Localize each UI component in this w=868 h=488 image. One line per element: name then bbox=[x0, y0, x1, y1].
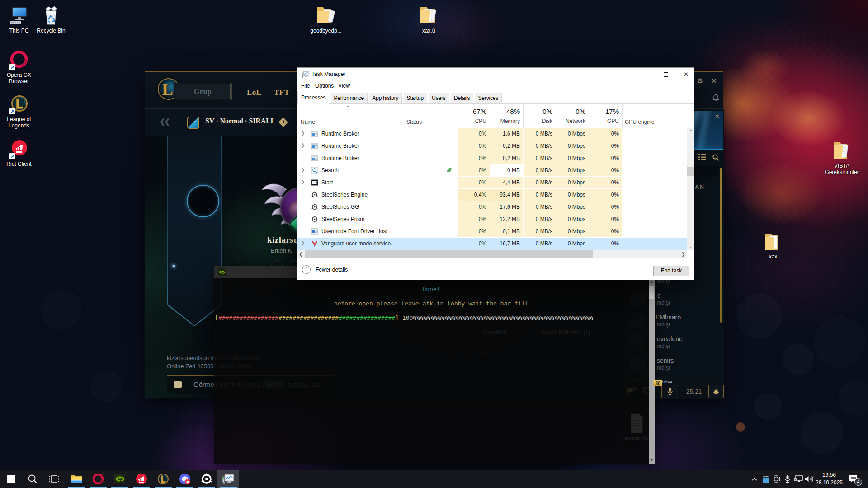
start-button[interactable] bbox=[0, 470, 22, 488]
taskbar-steelseries[interactable] bbox=[196, 470, 217, 488]
cell-network: 0 Mbps bbox=[556, 225, 589, 238]
taskbar-discord[interactable] bbox=[174, 470, 196, 488]
tray-app-icon[interactable] bbox=[760, 470, 771, 488]
cell-gpu-engine bbox=[622, 201, 687, 213]
process-icon-steel bbox=[311, 203, 318, 211]
process-row[interactable]: ❯Runtime Broker0%0,2 MB0 MB/s0 Mbps0% bbox=[297, 140, 694, 152]
desktop-icon-goodbyedp[interactable]: goodbyedp... bbox=[307, 5, 345, 34]
scrollbar-thumb[interactable] bbox=[649, 286, 654, 299]
scroll-right-icon[interactable]: ❯ bbox=[679, 250, 687, 258]
col-header-network[interactable]: Network bbox=[556, 118, 585, 124]
process-icon-runtime bbox=[311, 142, 318, 150]
process-row[interactable]: ❯Search0%0 MB0 MB/s0 Mbps0% bbox=[297, 164, 694, 177]
scroll-left-icon[interactable]: ❮ bbox=[297, 250, 305, 258]
taskbar-opera-gx[interactable] bbox=[87, 470, 109, 488]
tray-microphone[interactable] bbox=[782, 470, 793, 488]
cell-gpu-engine bbox=[622, 225, 687, 238]
tm-minimize-button[interactable] bbox=[635, 68, 656, 81]
desktop-icon-riot-client[interactable]: Riot Client bbox=[0, 139, 38, 167]
scroll-down-icon[interactable]: ⌄ bbox=[687, 243, 694, 250]
scrollbar-thumb[interactable] bbox=[305, 250, 593, 258]
taskbar-task-manager[interactable] bbox=[217, 470, 239, 488]
expand-chevron-icon[interactable]: ❯ bbox=[301, 131, 305, 136]
tray-show-hidden-icons[interactable] bbox=[749, 470, 760, 488]
taskbar-file-explorer[interactable] bbox=[66, 470, 87, 488]
cell-memory: 0 MB bbox=[490, 164, 523, 177]
notifications-bell-icon[interactable] bbox=[712, 94, 720, 102]
desktop-icon-xax[interactable]: xax bbox=[754, 231, 792, 260]
tab-processes[interactable]: Processes bbox=[297, 91, 329, 104]
tm-close-button[interactable]: ✕ bbox=[676, 68, 696, 81]
process-row[interactable]: SteelSeries GG0%17,6 MB0 MB/s0 Mbps0% bbox=[297, 201, 694, 213]
tm-titlebar[interactable]: Task Manager ✕ bbox=[297, 68, 694, 81]
tab-performance[interactable]: Performance bbox=[331, 93, 368, 104]
news-card-close-icon[interactable]: ✕ bbox=[715, 113, 720, 120]
process-row[interactable]: ❯Vanguard user-mode service.0%16,7 MB0 M… bbox=[297, 238, 694, 250]
scroll-down-icon[interactable]: ▼ bbox=[649, 456, 655, 464]
desktop-icon-vista[interactable]: VISTAGereksınımler bbox=[823, 141, 861, 175]
desktop-icon-recycle-bin[interactable]: Recycle Bin bbox=[32, 5, 70, 34]
back-chevron-icon[interactable]: ❮❮ bbox=[160, 117, 169, 126]
cell-network: 0 Mbps bbox=[556, 140, 589, 152]
scroll-up-icon[interactable]: ⌃ bbox=[687, 128, 694, 136]
col-header-cpu[interactable]: CPU bbox=[458, 118, 486, 124]
expand-chevron-icon[interactable]: ❯ bbox=[301, 179, 305, 184]
desktop-icon-opera-gx[interactable]: Opera GXBrowser bbox=[0, 50, 38, 84]
lol-close-icon[interactable]: ✕ bbox=[711, 77, 717, 85]
process-row[interactable]: SteelSeries Engine0,4%93,4 MB0 MB/s0 Mbp… bbox=[297, 189, 694, 201]
friends-scrollbar[interactable] bbox=[720, 168, 722, 323]
scrollbar-thumb[interactable] bbox=[687, 167, 694, 176]
clock-date: 28.10.2025 bbox=[814, 479, 844, 487]
bug-report-button[interactable] bbox=[708, 385, 724, 398]
taskbar-league-of-legends[interactable] bbox=[152, 470, 174, 488]
expand-chevron-icon[interactable]: ❯ bbox=[301, 167, 305, 172]
col-header-disk[interactable]: Disk bbox=[523, 118, 552, 124]
lol-nav-tft[interactable]: TFT bbox=[274, 88, 290, 97]
process-row[interactable]: ❯Start0%4,4 MB0 MB/s0 Mbps0% bbox=[297, 177, 694, 189]
process-row[interactable]: ❯Runtime Broker0%1,6 MB0 MB/s0 Mbps0% bbox=[297, 128, 694, 140]
taskbar-search-button[interactable] bbox=[22, 470, 43, 488]
search-friends-icon[interactable] bbox=[712, 154, 719, 161]
tray-network[interactable] bbox=[793, 470, 804, 488]
tm-vertical-scrollbar[interactable]: ⌃ ⌄ bbox=[687, 128, 694, 250]
col-header-gpu[interactable]: GPU bbox=[589, 118, 619, 124]
tray-camera[interactable] bbox=[771, 470, 782, 488]
tab-startup[interactable]: Startup bbox=[404, 93, 427, 104]
cell-disk: 0 MB/s bbox=[523, 201, 556, 213]
tab-users[interactable]: Users bbox=[429, 93, 449, 104]
task-view-button[interactable] bbox=[43, 470, 65, 488]
tab-details[interactable]: Details bbox=[451, 93, 473, 104]
lol-settings-gear-icon[interactable]: ⚙ bbox=[697, 77, 703, 85]
col-header-status[interactable]: Status bbox=[406, 119, 422, 125]
tm-maximize-button[interactable] bbox=[656, 68, 676, 81]
taskbar-nvidia[interactable] bbox=[109, 470, 131, 488]
desktop-icon-xaxu[interactable]: xax,ü bbox=[410, 5, 448, 34]
taskbar-riot-client[interactable] bbox=[131, 470, 152, 488]
expand-chevron-icon[interactable]: ❯ bbox=[301, 240, 305, 245]
mic-button[interactable] bbox=[661, 385, 678, 398]
console-scrollbar[interactable]: ▲ ▼ bbox=[649, 278, 655, 464]
cell-memory: 17,6 MB bbox=[490, 201, 523, 213]
tm-horizontal-scrollbar[interactable]: ❮ ❯ bbox=[297, 250, 687, 258]
tm-menu-file[interactable]: File bbox=[301, 83, 310, 89]
friend-list-icon[interactable] bbox=[698, 154, 706, 160]
col-header-memory[interactable]: Memory bbox=[490, 118, 520, 124]
queue-info-icon[interactable]: i bbox=[278, 117, 288, 127]
tm-menu-view[interactable]: View bbox=[338, 83, 350, 89]
opera-gx-icon bbox=[9, 50, 29, 70]
tab-app-history[interactable]: App history bbox=[369, 93, 402, 104]
tray-volume[interactable] bbox=[804, 470, 815, 488]
expand-chevron-icon[interactable]: ❯ bbox=[301, 143, 305, 148]
desktop-icon-league-of-legends[interactable]: League ofLegends bbox=[0, 94, 38, 129]
end-task-button[interactable]: End task bbox=[653, 266, 689, 276]
tab-services[interactable]: Services bbox=[475, 93, 502, 104]
process-row[interactable]: Runtime Broker0%0,2 MB0 MB/s0 Mbps0% bbox=[297, 152, 694, 164]
tm-menu-options[interactable]: Options bbox=[315, 83, 334, 89]
lol-nav-lol[interactable]: LoL bbox=[247, 88, 262, 97]
lol-group-button[interactable]: Grup bbox=[174, 83, 232, 100]
process-row[interactable]: SteelSeries Prism0%12,2 MB0 MB/s0 Mbps0% bbox=[297, 213, 694, 225]
taskbar-clock[interactable]: 19:56 28.10.2025 bbox=[814, 471, 844, 487]
col-header-gpu-engine[interactable]: GPU engine bbox=[625, 119, 654, 125]
process-row[interactable]: Usermode Font Driver Host0%0,1 MB0 MB/s0… bbox=[297, 225, 694, 238]
col-header-name[interactable]: Name bbox=[301, 119, 315, 125]
